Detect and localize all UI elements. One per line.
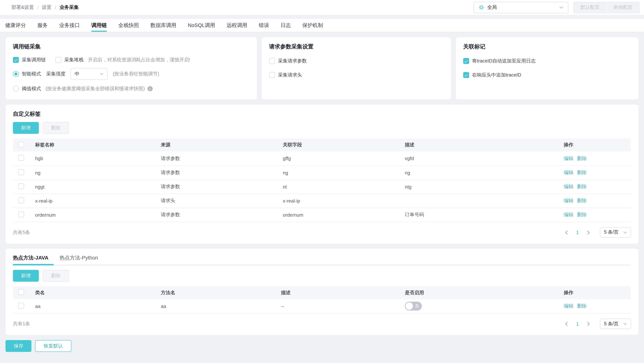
table-footer: 共有1条 1 5 条/页 <box>13 317 631 330</box>
tab-service[interactable]: 服务 <box>37 19 48 32</box>
enable-toggle[interactable]: 关 <box>405 302 422 311</box>
row-checkbox[interactable] <box>18 183 24 189</box>
cell-related-field: ordernum <box>280 208 402 222</box>
breadcrumb-item[interactable]: 设置 <box>42 4 52 11</box>
col-tag-name: 标签名称 <box>32 138 158 152</box>
select-all-checkbox[interactable] <box>18 289 24 295</box>
tab-protection[interactable]: 保护机制 <box>302 19 323 32</box>
tab-hot-methods-python[interactable]: 热点方法-Python <box>60 254 98 264</box>
select-all-checkbox[interactable] <box>18 142 24 147</box>
cell-source: 请求参数 <box>158 180 280 194</box>
separate-config-button[interactable]: 单独配置 <box>607 2 640 13</box>
threshold-mode-hint: (按业务健康度阈值采集全部错误和慢请求快照) <box>46 86 145 92</box>
prev-page-icon[interactable] <box>562 319 571 328</box>
page-size-select[interactable]: 5 条/页 <box>600 319 631 329</box>
page-number[interactable]: 1 <box>573 321 582 326</box>
next-page-icon[interactable] <box>584 228 593 237</box>
edit-link[interactable]: 编辑 <box>564 170 574 175</box>
col-method-name: 方法名 <box>158 286 278 299</box>
strength-select[interactable]: 中 <box>70 68 108 80</box>
tab-error[interactable]: 错误 <box>259 19 269 32</box>
page-size-select[interactable]: 5 条/页 <box>600 227 631 238</box>
edit-link[interactable]: 编辑 <box>564 212 574 217</box>
edit-link[interactable]: 编辑 <box>564 156 574 161</box>
smart-mode-label: 智能模式 <box>22 70 41 77</box>
collect-request-params-checkbox[interactable] <box>269 58 275 64</box>
main-tab-bar: 健康评分 服务 业务接口 调用链 全栈快照 数据库调用 NoSQL调用 远程调用… <box>0 19 644 32</box>
hot-methods-toolbar: 新增 删除 <box>13 270 631 282</box>
cell-tag-name: x-real-ip <box>32 194 158 208</box>
custom-tags-card: 自定义标签 新增 删除 标签名称 来源 关联字段 描述 操作 <box>6 104 638 244</box>
tab-database-call[interactable]: 数据库调用 <box>150 19 176 32</box>
delete-link[interactable]: 删除 <box>577 303 587 309</box>
tab-remote-call[interactable]: 远程调用 <box>226 19 247 32</box>
tab-hot-methods-java[interactable]: 热点方法-JAVA <box>13 254 48 264</box>
tab-fullstack-snapshot[interactable]: 全栈快照 <box>118 19 139 32</box>
cell-source: 请求参数 <box>158 166 280 180</box>
smart-mode-hint: (按业务吞吐智能调节) <box>113 70 159 77</box>
next-page-icon[interactable] <box>584 319 593 328</box>
delete-link[interactable]: 删除 <box>577 212 587 217</box>
restore-default-button[interactable]: 恢复默认 <box>35 340 71 352</box>
page-number[interactable]: 1 <box>573 230 582 235</box>
breadcrumb-current: 业务采集 <box>60 4 79 11</box>
edit-link[interactable]: 编辑 <box>564 198 574 203</box>
col-enabled: 是否启用 <box>402 286 561 299</box>
edit-link[interactable]: 编辑 <box>564 184 574 189</box>
collect-stack-checkbox[interactable] <box>56 57 61 63</box>
default-config-button[interactable]: 默认配置 <box>574 2 607 13</box>
page-size-value: 5 条/页 <box>604 229 618 236</box>
delete-link[interactable]: 删除 <box>577 198 587 203</box>
tab-nosql-call[interactable]: NoSQL调用 <box>188 19 215 32</box>
correlation-mark-card: 关联标记 将traceID自动追加至应用日志 在响应头中追加traceID <box>456 37 638 100</box>
delete-link[interactable]: 删除 <box>577 184 587 189</box>
tab-health-score[interactable]: 健康评分 <box>5 19 26 32</box>
cell-tag-name: nggt <box>32 180 158 194</box>
traceid-to-log-checkbox[interactable] <box>463 58 469 64</box>
delete-tag-button[interactable]: 删除 <box>42 122 69 134</box>
strength-select-value: 中 <box>75 70 80 77</box>
cell-related-field: nt <box>280 180 402 194</box>
row-checkbox[interactable] <box>18 155 24 161</box>
table-footer: 共有5条 1 5 条/页 <box>13 226 631 239</box>
trace-collection-card: 调用链采集 采集调用链 采集堆栈 开启后，对系统资源消耗占比会增加，谨慎开启! … <box>6 37 257 100</box>
threshold-mode-label: 阈值模式 <box>22 86 41 92</box>
cell-tag-name: ordernum <box>32 208 158 222</box>
threshold-mode-radio[interactable] <box>13 86 19 92</box>
add-tag-button[interactable]: 新增 <box>13 122 39 134</box>
row-checkbox[interactable] <box>18 303 24 309</box>
hot-methods-card: 热点方法-JAVA 热点方法-Python 新增 删除 类名 方法名 描述 是否… <box>6 248 638 335</box>
delete-method-button[interactable]: 删除 <box>42 270 69 282</box>
tab-trace-chain[interactable]: 调用链 <box>91 19 107 32</box>
info-icon[interactable]: i <box>147 86 152 91</box>
cell-class-name: aa <box>32 299 158 313</box>
breadcrumb-item[interactable]: 部署&设置 <box>12 4 34 11</box>
tab-log[interactable]: 日志 <box>280 19 291 32</box>
delete-link[interactable]: 删除 <box>577 170 587 175</box>
save-button[interactable]: 保存 <box>6 340 32 352</box>
row-checkbox[interactable] <box>18 197 24 203</box>
pagination: 1 5 条/页 <box>562 319 631 329</box>
collect-trace-label: 采集调用链 <box>22 56 46 63</box>
edit-link[interactable]: 编辑 <box>564 303 574 309</box>
delete-link[interactable]: 删除 <box>577 156 587 161</box>
scope-select[interactable]: 全局 <box>474 2 568 13</box>
cell-description <box>402 194 561 208</box>
row-checkbox[interactable] <box>18 211 24 217</box>
row-checkbox[interactable] <box>18 169 24 175</box>
collect-request-headers-checkbox[interactable] <box>269 72 275 78</box>
prev-page-icon[interactable] <box>562 228 571 237</box>
cell-description: ng <box>402 166 561 180</box>
toggle-label: 关 <box>415 303 419 310</box>
chevron-down-icon <box>100 73 104 75</box>
collect-trace-checkbox[interactable] <box>13 57 19 63</box>
cell-description: 订单号码 <box>402 208 561 222</box>
table-row: ordernum 请求参数 ordernum 订单号码 编辑删除 <box>13 208 631 222</box>
add-method-button[interactable]: 新增 <box>13 270 39 282</box>
smart-mode-radio[interactable] <box>13 71 19 77</box>
traceid-to-log-label: 将traceID自动追加至应用日志 <box>472 58 536 64</box>
content: 调用链采集 采集调用链 采集堆栈 开启后，对系统资源消耗占比会增加，谨慎开启! … <box>0 32 644 352</box>
traceid-in-response-checkbox[interactable] <box>463 72 469 78</box>
tab-business-api[interactable]: 业务接口 <box>59 19 80 32</box>
breadcrumb: 部署&设置 / 设置 / 业务采集 <box>12 4 79 11</box>
